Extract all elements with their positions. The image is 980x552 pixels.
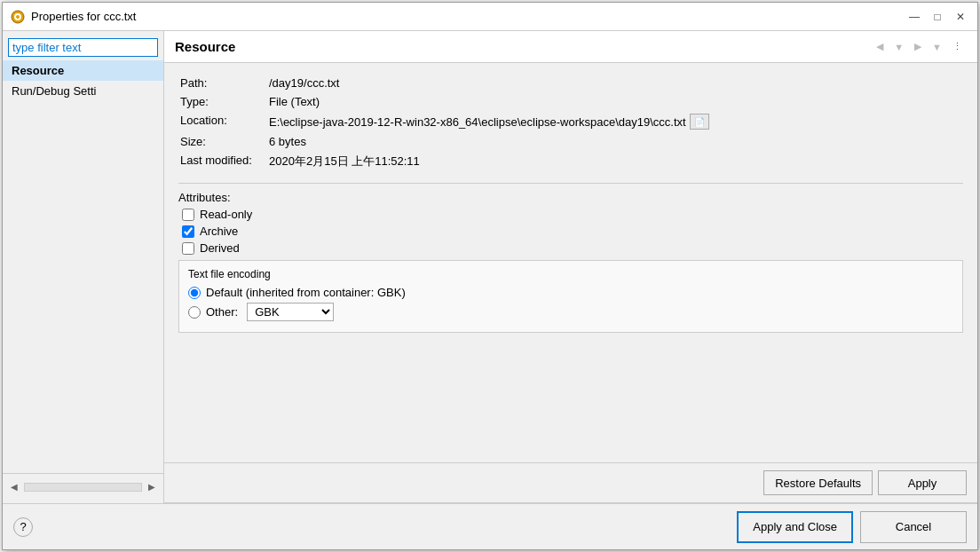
location-cell: E:\eclipse-java-2019-12-R-win32-x86_64\e… <box>267 111 963 132</box>
minimize-button[interactable]: — <box>905 7 924 27</box>
attributes-label: Attributes: <box>178 191 963 204</box>
path-row: Path: /day19/ccc.txt <box>178 74 963 92</box>
svg-point-2 <box>16 15 20 19</box>
sidebar-item-resource[interactable]: Resource <box>3 60 163 81</box>
encoding-section-label: Text file encoding <box>188 268 953 280</box>
sidebar-item-run-debug[interactable]: Run/Debug Setti <box>3 81 163 101</box>
panel-nav: ◀ ▼ ▶ ▼ ⋮ <box>872 38 967 55</box>
encoding-other-label: Other: <box>206 305 238 319</box>
nav-back-dropdown-button[interactable]: ▼ <box>889 39 908 55</box>
modified-row: Last modified: 2020年2月15日 上午11:52:11 <box>178 151 963 172</box>
nav-menu-button[interactable]: ⋮ <box>948 38 967 55</box>
type-label: Type: <box>178 92 267 111</box>
size-row: Size: 6 bytes <box>178 132 963 151</box>
sidebar-scrollbar-area <box>3 101 163 473</box>
footer-buttons: Apply and Close Cancel <box>737 511 967 543</box>
sidebar-scroll-right[interactable]: ▶ <box>146 482 158 492</box>
path-value: /day19/ccc.txt <box>267 74 963 92</box>
nav-forward-dropdown-button[interactable]: ▼ <box>928 39 946 55</box>
apply-button[interactable]: Apply <box>878 470 967 495</box>
restore-defaults-button[interactable]: Restore Defaults <box>763 470 873 495</box>
archive-label: Archive <box>200 225 238 238</box>
info-table: Path: /day19/ccc.txt Type: File (Text) L… <box>178 74 963 172</box>
size-label: Size: <box>178 132 267 151</box>
size-value: 6 bytes <box>267 132 963 151</box>
cancel-button[interactable]: Cancel <box>860 511 967 543</box>
sidebar: ✕ Resource Run/Debug Setti ◀ ▶ <box>3 31 164 503</box>
sidebar-scrollbar[interactable] <box>24 483 142 492</box>
title-bar: Properties for ccc.txt — □ ✕ <box>3 3 977 31</box>
readonly-checkbox[interactable] <box>182 209 194 221</box>
modified-label: Last modified: <box>178 151 267 172</box>
encoding-other-select[interactable]: GBK UTF-8 UTF-16 ISO-8859-1 <box>247 303 334 321</box>
sidebar-bottom: ◀ ▶ <box>3 473 163 500</box>
derived-row: Derived <box>178 241 963 255</box>
location-row-inner: E:\eclipse-java-2019-12-R-win32-x86_64\e… <box>269 114 961 130</box>
location-icon: 📄 <box>694 117 705 127</box>
apply-and-close-button[interactable]: Apply and Close <box>737 511 853 543</box>
help-button[interactable]: ? <box>13 517 33 537</box>
panel-header: Resource ◀ ▼ ▶ ▼ ⋮ <box>164 31 977 63</box>
divider <box>178 183 963 184</box>
modified-value: 2020年2月15日 上午11:52:11 <box>267 151 963 172</box>
properties-dialog: Properties for ccc.txt — □ ✕ ✕ Resource … <box>2 2 978 550</box>
close-button[interactable]: ✕ <box>951 7 970 27</box>
encoding-other-row: Other: GBK UTF-8 UTF-16 ISO-8859-1 <box>188 303 953 321</box>
nav-back-button[interactable]: ◀ <box>872 38 888 55</box>
panel-body: Path: /day19/ccc.txt Type: File (Text) L… <box>164 63 977 463</box>
archive-row: Archive <box>178 225 963 238</box>
main-content: ✕ Resource Run/Debug Setti ◀ ▶ Resource … <box>3 31 977 503</box>
filter-row: ✕ <box>8 38 158 57</box>
encoding-section: Text file encoding Default (inherited fr… <box>178 260 963 333</box>
maximize-button[interactable]: □ <box>928 7 947 27</box>
app-icon <box>10 9 26 25</box>
sidebar-scroll-left[interactable]: ◀ <box>8 482 20 492</box>
encoding-default-row: Default (inherited from container: GBK) <box>188 286 953 299</box>
filter-input[interactable] <box>12 41 162 54</box>
location-value: E:\eclipse-java-2019-12-R-win32-x86_64\e… <box>269 115 686 129</box>
type-value: File (Text) <box>267 92 963 111</box>
panel-title: Resource <box>175 39 235 54</box>
window-controls: — □ ✕ <box>905 7 970 27</box>
dialog-title: Properties for ccc.txt <box>31 10 905 23</box>
nav-forward-button[interactable]: ▶ <box>910 38 926 55</box>
location-row: Location: E:\eclipse-java-2019-12-R-win3… <box>178 111 963 132</box>
panel: Resource ◀ ▼ ▶ ▼ ⋮ Path: /day19/ccc.txt <box>164 31 977 503</box>
location-button[interactable]: 📄 <box>690 114 709 130</box>
encoding-other-radio[interactable] <box>188 306 201 319</box>
encoding-default-label: Default (inherited from container: GBK) <box>206 286 406 299</box>
readonly-label: Read-only <box>200 208 252 221</box>
readonly-row: Read-only <box>178 208 963 221</box>
panel-actions: Restore Defaults Apply <box>164 463 977 503</box>
dialog-footer: ? Apply and Close Cancel <box>3 503 977 549</box>
attributes-section: Attributes: Read-only Archive Derived <box>178 191 963 255</box>
archive-checkbox[interactable] <box>182 225 194 238</box>
encoding-default-radio[interactable] <box>188 287 201 299</box>
derived-label: Derived <box>200 241 240 255</box>
location-label: Location: <box>178 111 267 132</box>
type-row: Type: File (Text) <box>178 92 963 111</box>
derived-checkbox[interactable] <box>182 242 194 255</box>
path-label: Path: <box>178 74 267 92</box>
